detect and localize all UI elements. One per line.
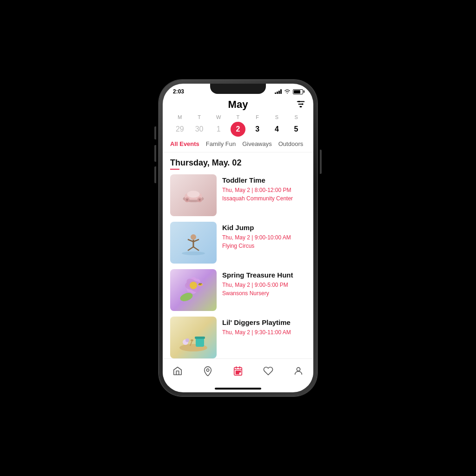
event-location-spring-treasure: Swansons Nursery: [222, 290, 306, 297]
nav-location[interactable]: [197, 364, 219, 378]
app-header: May: [163, 97, 313, 113]
calendar-week: M T W T F S S 29 30 1 2 3 4 5: [163, 113, 313, 139]
svg-rect-46: [238, 373, 239, 374]
day-30[interactable]: 30: [192, 122, 207, 137]
home-icon: [172, 365, 183, 377]
day-5[interactable]: 5: [289, 122, 304, 137]
event-info-kid-jump: Kid Jump Thu, May 2 | 9:00-10:00 AM Flyi…: [222, 222, 306, 264]
event-location-kid-jump: Flying Circus: [222, 243, 306, 249]
day-label-f: F: [250, 114, 265, 120]
wifi-icon: [284, 89, 291, 94]
day-1[interactable]: 1: [211, 122, 226, 137]
tab-outdoors[interactable]: Outdoors: [278, 140, 303, 148]
nav-home[interactable]: [166, 364, 189, 378]
vol-down-button: [154, 166, 156, 183]
svg-rect-43: [238, 371, 239, 372]
app-content: May M T W T: [163, 97, 313, 392]
category-tabs: All Events Family Fun Giveaways Outdoors: [163, 139, 313, 152]
event-img-toddler: [170, 174, 217, 216]
heart-icon: [263, 365, 274, 377]
event-card-lil-diggers[interactable]: Lil' Diggers Playtime Thu, May 2 | 9:30-…: [170, 317, 306, 358]
svg-point-5: [300, 106, 302, 108]
svg-rect-32: [195, 337, 205, 339]
phone-screen: 2:03 May: [163, 84, 313, 392]
event-time-spring-treasure: Thu, May 2 | 9:00-5:00 PM: [222, 282, 306, 288]
status-icons: [275, 89, 303, 94]
section-date: Thursday, May. 02: [170, 158, 306, 168]
svg-point-11: [198, 199, 201, 201]
day-label-w: W: [211, 114, 226, 120]
event-title-lil-diggers: Lil' Diggers Playtime: [222, 318, 306, 326]
day-numbers: 29 30 1 2 3 4 5: [170, 122, 306, 137]
day-labels: M T W T F S S: [170, 114, 306, 120]
event-time-kid-jump: Thu, May 2 | 9:00-10:00 AM: [222, 234, 306, 241]
location-icon: [202, 365, 213, 377]
day-29[interactable]: 29: [172, 122, 187, 137]
svg-rect-45: [236, 373, 237, 374]
person-icon: [293, 365, 304, 377]
event-image-lil-diggers: [170, 317, 217, 358]
month-title: May: [228, 99, 248, 111]
day-label-t1: T: [192, 114, 207, 120]
svg-point-13: [182, 251, 205, 255]
event-image-spring-treasure: [170, 269, 217, 311]
day-4[interactable]: 4: [269, 122, 284, 137]
bottom-nav: [163, 358, 313, 386]
event-title-kid-jump: Kid Jump: [222, 224, 306, 231]
event-title-spring-treasure: Spring Treasure Hunt: [222, 271, 306, 279]
nav-profile[interactable]: [287, 364, 310, 378]
svg-point-25: [190, 282, 197, 289]
svg-point-47: [297, 368, 300, 371]
status-time: 2:03: [173, 88, 184, 95]
event-img-treasure: [170, 269, 217, 311]
svg-point-12: [187, 191, 200, 198]
day-label-s2: S: [289, 114, 304, 120]
event-card-spring-treasure[interactable]: Spring Treasure Hunt Thu, May 2 | 9:00-5…: [170, 269, 306, 311]
events-section: Thursday, May. 02: [163, 152, 313, 358]
nav-calendar[interactable]: [227, 364, 249, 378]
svg-rect-42: [236, 371, 237, 372]
svg-rect-44: [239, 371, 241, 372]
home-indicator: [215, 388, 261, 390]
day-2[interactable]: 2: [231, 122, 245, 137]
event-info-spring-treasure: Spring Treasure Hunt Thu, May 2 | 9:00-5…: [222, 269, 306, 311]
day-label-t2: T: [231, 114, 245, 120]
battery-icon: [293, 89, 303, 94]
svg-line-19: [188, 247, 193, 251]
svg-line-17: [188, 239, 193, 242]
day-3[interactable]: 3: [250, 122, 265, 137]
calendar-icon: [232, 365, 244, 377]
svg-point-10: [186, 199, 188, 201]
date-underline: [170, 169, 179, 170]
event-image-kid-jump: [170, 222, 217, 264]
svg-line-18: [193, 239, 199, 242]
tab-family-fun[interactable]: Family Fun: [206, 140, 236, 148]
event-title-toddler-time: Toddler Time: [222, 176, 306, 184]
event-time-toddler-time: Thu, May 2 | 8:00-12:00 PM: [222, 187, 306, 193]
event-image-toddler-time: [170, 174, 217, 216]
nav-favorites[interactable]: [257, 364, 279, 378]
event-card-toddler-time[interactable]: Toddler Time Thu, May 2 | 8:00-12:00 PM …: [170, 174, 306, 216]
svg-point-36: [191, 339, 193, 341]
phone-frame: 2:03 May: [159, 80, 317, 396]
day-label-s1: S: [269, 114, 284, 120]
event-time-lil-diggers: Thu, May 2 | 9:30-11:00 AM: [222, 329, 306, 336]
event-img-kidjump: [170, 222, 217, 264]
tab-giveaways[interactable]: Giveaways: [242, 140, 272, 148]
svg-point-4: [302, 103, 304, 105]
svg-point-3: [298, 101, 300, 103]
day-label-m: M: [172, 114, 187, 120]
svg-point-37: [206, 369, 209, 371]
event-info-toddler-time: Toddler Time Thu, May 2 | 8:00-12:00 PM …: [222, 174, 306, 216]
notch: [210, 84, 266, 94]
event-location-toddler-time: Issaquah Community Center: [222, 195, 306, 202]
signal-icon: [275, 89, 282, 94]
filter-button[interactable]: [296, 99, 306, 111]
tab-all-events[interactable]: All Events: [170, 140, 199, 148]
svg-line-20: [193, 247, 199, 251]
svg-point-34: [185, 338, 189, 342]
event-img-diggers: [170, 317, 217, 358]
event-card-kid-jump[interactable]: Kid Jump Thu, May 2 | 9:00-10:00 AM Flyi…: [170, 222, 306, 264]
svg-point-15: [191, 234, 196, 240]
event-info-lil-diggers: Lil' Diggers Playtime Thu, May 2 | 9:30-…: [222, 317, 306, 358]
